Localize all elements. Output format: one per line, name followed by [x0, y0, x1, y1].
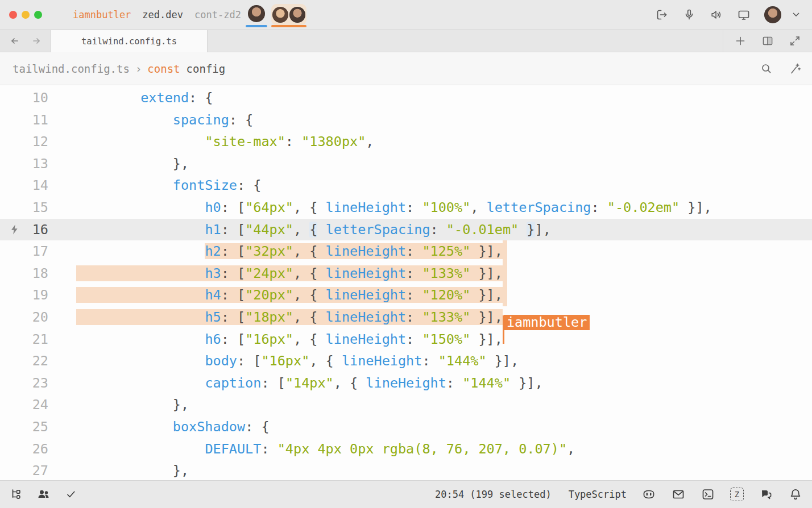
breadcrumb-symbol[interactable]: config — [187, 63, 226, 75]
code-text[interactable]: DEFAULT: "4px 4px 0px rgba(8, 76, 207, 0… — [48, 438, 812, 460]
code-line[interactable]: 23 caption: ["14px", { lineHeight: "144%… — [0, 372, 812, 394]
feedback-mail-icon[interactable] — [671, 487, 686, 502]
status-right-tools: 20:54 (199 selected) TypeScript Z — [435, 487, 803, 502]
code-text[interactable]: body: ["16px", { lineHeight: "144%" }], — [48, 350, 812, 372]
selection-highlight: h2: ["32px", { lineHeight: "125%" }], — [205, 243, 507, 259]
speaker-icon[interactable] — [710, 8, 723, 22]
leave-call-icon[interactable] — [655, 8, 669, 22]
user-avatar[interactable] — [764, 6, 781, 23]
copilot-icon[interactable] — [641, 487, 656, 502]
terminal-icon[interactable] — [701, 487, 715, 502]
split-pane-icon[interactable] — [761, 34, 774, 48]
collaborator-avatar[interactable] — [248, 5, 265, 22]
line-number[interactable]: 23 — [0, 372, 48, 394]
zoom-window-button[interactable] — [34, 11, 42, 19]
code-text[interactable]: spacing: { — [48, 109, 812, 131]
line-number[interactable]: 11 — [0, 109, 48, 131]
close-window-button[interactable] — [9, 11, 17, 19]
code-text[interactable]: caption: ["14px", { lineHeight: "144%" }… — [48, 372, 812, 394]
code-line[interactable]: 22 body: ["16px", { lineHeight: "144%" }… — [0, 350, 812, 372]
code-line[interactable]: 12 "site-max": "1380px", — [0, 131, 812, 153]
code-line[interactable]: 19 h4: ["20px", { lineHeight: "120%" }], — [0, 284, 812, 306]
line-number[interactable]: 16 — [0, 219, 48, 241]
code-text[interactable]: h5: ["18px", { lineHeight: "133%" }],iam… — [48, 306, 812, 328]
line-number[interactable]: 15 — [0, 197, 48, 219]
zed-window: iamnbutler zed.dev cont-zd2 — [0, 0, 812, 508]
collaborator-cursor-label: iamnbutler — [504, 315, 590, 330]
avatar — [272, 7, 288, 23]
following-avatar-group[interactable] — [271, 4, 306, 25]
code-text[interactable]: fontSize: { — [48, 174, 812, 197]
forward-icon[interactable] — [30, 34, 43, 48]
code-line[interactable]: 20 h5: ["18px", { lineHeight: "133%" }],… — [0, 306, 812, 328]
zed-assistant-icon[interactable]: Z — [730, 488, 744, 501]
screen-share-icon[interactable] — [737, 8, 751, 22]
line-number[interactable]: 18 — [0, 263, 48, 285]
code-line[interactable]: 18 h3: ["24px", { lineHeight: "133%" }], — [0, 263, 812, 285]
code-line[interactable]: 14 fontSize: { — [0, 174, 812, 197]
collaborators-icon[interactable] — [36, 487, 51, 502]
project-name-button[interactable]: zed.dev — [142, 9, 183, 20]
language-selector[interactable]: TypeScript — [569, 489, 627, 500]
line-number[interactable]: 19 — [0, 284, 48, 306]
code-text[interactable]: h6: ["16px", { lineHeight: "150%" }], — [48, 328, 812, 351]
code-text[interactable]: }, — [48, 460, 812, 480]
code-line[interactable]: 13 }, — [0, 153, 812, 175]
chat-icon[interactable] — [759, 487, 773, 502]
code-line[interactable]: 16 h1: ["44px", { letterSpacing: "-0.01e… — [0, 219, 812, 241]
line-number[interactable]: 22 — [0, 350, 48, 372]
line-number[interactable]: 10 — [0, 87, 48, 109]
code-text[interactable]: h0: ["64px", { lineHeight: "100%", lette… — [48, 197, 812, 219]
code-line[interactable]: 21 h6: ["16px", { lineHeight: "150%" }], — [0, 328, 812, 351]
minimize-window-button[interactable] — [22, 11, 30, 19]
breadcrumb-file[interactable]: tailwind.config.ts — [13, 63, 130, 75]
code-text[interactable]: h1: ["44px", { letterSpacing: "-0.01em" … — [48, 219, 812, 241]
line-number[interactable]: 13 — [0, 153, 48, 175]
code-text[interactable]: extend: { — [48, 87, 812, 109]
title-texts: iamnbutler zed.dev cont-zd2 — [73, 0, 241, 30]
code-line[interactable]: 17 h2: ["32px", { lineHeight: "125%" }], — [0, 240, 812, 263]
cursor-position[interactable]: 20:54 (199 selected) — [435, 489, 552, 500]
bell-icon[interactable] — [788, 487, 803, 502]
code-line[interactable]: 26 DEFAULT: "4px 4px 0px rgba(8, 76, 207… — [0, 438, 812, 460]
code-line[interactable]: 24 }, — [0, 394, 812, 416]
chevron-down-icon[interactable] — [789, 8, 803, 22]
line-number[interactable]: 12 — [0, 131, 48, 153]
line-number[interactable]: 17 — [0, 240, 48, 263]
line-number[interactable]: 26 — [0, 438, 48, 460]
line-number[interactable]: 25 — [0, 416, 48, 438]
microphone-icon[interactable] — [682, 8, 696, 22]
line-number[interactable]: 21 — [0, 328, 48, 351]
line-number[interactable]: 14 — [0, 174, 48, 197]
diagnostics-check-icon[interactable] — [64, 487, 78, 502]
code-line[interactable]: 11 spacing: { — [0, 109, 812, 131]
code-text[interactable]: }, — [48, 394, 812, 416]
line-number[interactable]: 27 — [0, 460, 48, 480]
project-panel-icon[interactable] — [9, 487, 24, 502]
code-text[interactable]: h4: ["20px", { lineHeight: "120%" }], — [48, 284, 812, 306]
code-text[interactable]: boxShadow: { — [48, 416, 812, 438]
code-text[interactable]: h2: ["32px", { lineHeight: "125%" }], — [48, 240, 812, 263]
new-tab-icon[interactable] — [734, 34, 747, 48]
tab-tailwind-config[interactable]: tailwind.config.ts — [51, 30, 208, 52]
branch-name-button[interactable]: cont-zd2 — [194, 9, 241, 20]
back-icon[interactable] — [8, 34, 22, 48]
following-presence-bar — [271, 25, 306, 27]
code-editor[interactable]: 10 extend: {11 spacing: {12 "site-max": … — [0, 85, 812, 480]
host-user-button[interactable]: iamnbutler — [73, 9, 131, 20]
code-line[interactable]: 27 }, — [0, 460, 812, 480]
line-number[interactable]: 24 — [0, 394, 48, 416]
magic-wand-icon[interactable] — [788, 62, 802, 76]
code-line[interactable]: 25 boxShadow: { — [0, 416, 812, 438]
selection-highlight: h5: ["18px", { lineHeight: "133%" }], — [76, 309, 503, 325]
breadcrumb[interactable]: tailwind.config.ts › const config — [0, 52, 812, 85]
call-controls — [655, 0, 803, 30]
code-text[interactable]: h3: ["24px", { lineHeight: "133%" }], — [48, 263, 812, 285]
code-text[interactable]: }, — [48, 153, 812, 175]
code-line[interactable]: 10 extend: { — [0, 87, 812, 109]
expand-icon[interactable] — [788, 34, 802, 48]
code-line[interactable]: 15 h0: ["64px", { lineHeight: "100%", le… — [0, 197, 812, 219]
code-text[interactable]: "site-max": "1380px", — [48, 131, 812, 153]
search-icon[interactable] — [760, 62, 773, 76]
line-number[interactable]: 20 — [0, 306, 48, 328]
